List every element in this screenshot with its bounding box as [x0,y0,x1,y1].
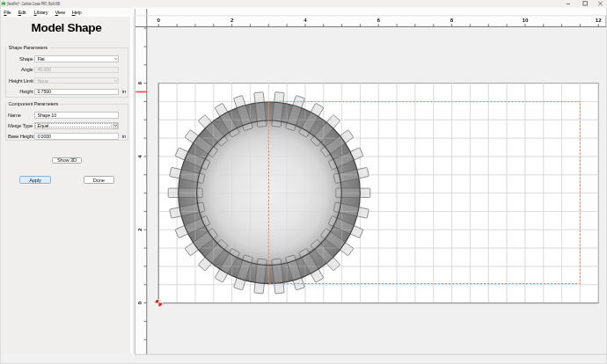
svg-text:6: 6 [377,17,381,23]
svg-text:2: 2 [230,17,234,23]
svg-text:0: 0 [157,17,161,23]
svg-text:10: 10 [522,17,528,23]
svg-text:4: 4 [304,17,307,23]
svg-text:8: 8 [450,17,454,23]
svg-text:6: 6 [136,81,143,84]
svg-text:12: 12 [596,17,602,23]
svg-text:4: 4 [136,155,143,158]
svg-text:2: 2 [136,228,143,231]
svg-text:0: 0 [136,301,143,304]
